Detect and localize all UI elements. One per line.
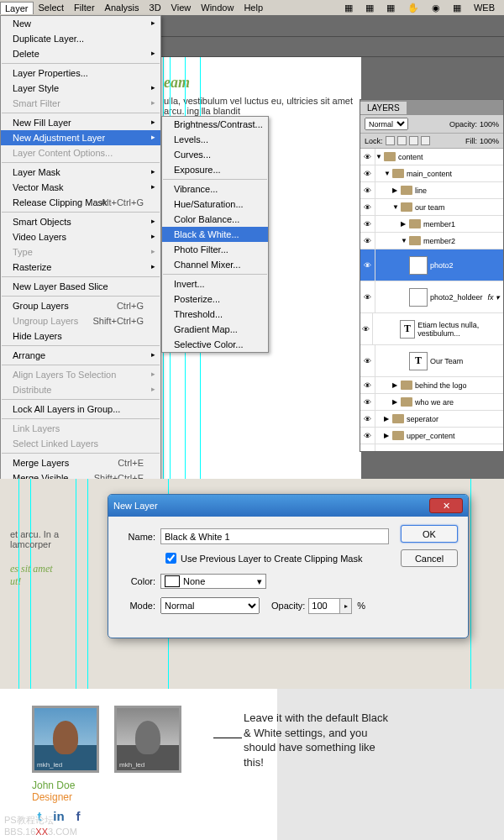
lock-pixels-icon[interactable] — [397, 136, 407, 145]
dialog-titlebar[interactable]: New Layer ✕ — [108, 495, 468, 517]
layer-name-input[interactable] — [160, 528, 389, 544]
layer-row[interactable]: 👁▶behind the logo — [360, 377, 503, 394]
opacity-value[interactable]: 100% — [480, 120, 499, 129]
visibility-icon[interactable]: 👁 — [360, 233, 375, 249]
menu-item[interactable]: New Fill Layer — [1, 115, 160, 130]
submenu-item[interactable]: Selective Color... — [162, 337, 268, 352]
menu-item[interactable]: Layer Style — [1, 81, 160, 96]
fill-value[interactable]: 100% — [480, 137, 499, 145]
menu-item[interactable]: New — [1, 16, 160, 31]
menu-item[interactable]: Smart Objects — [1, 214, 160, 229]
tool-icon[interactable]: ◉ — [427, 1, 445, 15]
close-icon[interactable]: ✕ — [429, 498, 463, 513]
layer-row[interactable]: 👁content_bg — [360, 444, 503, 451]
menu-filter[interactable]: Filter — [69, 1, 99, 14]
visibility-icon[interactable]: 👁 — [360, 345, 375, 376]
visibility-icon[interactable]: 👁 — [360, 249, 375, 281]
menu-item[interactable]: Rasterize — [1, 260, 160, 275]
visibility-icon[interactable]: 👁 — [360, 313, 373, 344]
visibility-icon[interactable]: 👁 — [360, 199, 375, 215]
menu-item[interactable]: Merge LayersCtrl+E — [1, 455, 160, 470]
submenu-item[interactable]: Exposure... — [162, 162, 268, 177]
visibility-icon[interactable]: 👁 — [360, 394, 375, 410]
menu-item[interactable]: Delete — [1, 46, 160, 61]
submenu-item[interactable]: Black & White... — [162, 227, 268, 242]
layer-row[interactable]: 👁▼main_content — [360, 165, 503, 182]
menu-item[interactable]: Group LayersCtrl+G — [1, 298, 160, 313]
menu-item[interactable]: Layer Properties... — [1, 66, 160, 81]
blend-mode-select[interactable]: Normal — [365, 118, 408, 130]
tool-icon[interactable]: ▦ — [381, 1, 400, 15]
ok-button[interactable]: OK — [401, 525, 458, 543]
tool-icon[interactable]: ✋ — [402, 1, 424, 15]
visibility-icon[interactable]: 👁 — [360, 377, 375, 393]
layer-name: member2 — [421, 237, 455, 245]
layer-row[interactable]: 👁▶member1 — [360, 216, 503, 233]
layer-row[interactable]: 👁▶line — [360, 182, 503, 199]
menu-item[interactable]: Lock All Layers in Group... — [1, 402, 160, 417]
submenu-item[interactable]: Vibrance... — [162, 181, 268, 197]
color-select[interactable]: None ▾ — [160, 574, 266, 589]
menu-help[interactable]: Help — [239, 1, 268, 14]
menu-3d[interactable]: 3D — [144, 1, 166, 14]
layer-row[interactable]: 👁▼our team — [360, 199, 503, 216]
layer-row[interactable]: 👁TEtiam lectus nulla, vestibulum... — [360, 313, 503, 345]
submenu-item[interactable]: Invert... — [162, 276, 268, 291]
visibility-icon[interactable]: 👁 — [360, 444, 375, 451]
submenu-item[interactable]: Gradient Map... — [162, 322, 268, 337]
submenu-item[interactable]: Levels... — [162, 132, 268, 147]
tool-icon[interactable]: ▦ — [360, 1, 379, 15]
submenu-item[interactable]: Color Balance... — [162, 212, 268, 227]
submenu-item[interactable]: Brightness/Contrast... — [162, 117, 268, 132]
visibility-icon[interactable]: 👁 — [360, 182, 375, 198]
menu-analysis[interactable]: Analysis — [100, 1, 144, 14]
submenu-item[interactable]: Photo Filter... — [162, 242, 268, 257]
clipping-mask-checkbox[interactable] — [165, 553, 176, 564]
submenu-item[interactable]: Channel Mixer... — [162, 257, 268, 272]
visibility-icon[interactable]: 👁 — [360, 411, 375, 427]
submenu-item[interactable]: Posterize... — [162, 291, 268, 307]
visibility-icon[interactable]: 👁 — [360, 165, 375, 181]
tool-icon[interactable]: ▦ — [339, 1, 358, 15]
visibility-icon[interactable]: 👁 — [360, 216, 375, 232]
layer-row[interactable]: 👁▶upper_content — [360, 428, 503, 444]
menu-item[interactable]: Layer Mask — [1, 165, 160, 180]
layer-row[interactable]: 👁▶who we are — [360, 394, 503, 411]
menu-layer[interactable]: Layer — [0, 2, 34, 14]
menu-item[interactable]: Vector Mask — [1, 180, 160, 195]
lock-position-icon[interactable] — [409, 136, 418, 145]
fx-icon[interactable]: fx ▾ — [487, 293, 503, 302]
menu-item[interactable]: New Adjustment Layer — [1, 130, 160, 145]
opacity-flyout-icon[interactable]: ▸ — [340, 598, 352, 614]
layers-tab[interactable]: LAYERS — [360, 102, 407, 114]
lock-transparency-icon[interactable] — [386, 136, 395, 145]
mode-select[interactable]: Normal — [160, 597, 260, 614]
menu-item[interactable]: Release Clipping MaskAlt+Ctrl+G — [1, 195, 160, 210]
menu-item[interactable]: Hide Layers — [1, 328, 160, 344]
layers-list[interactable]: 👁▼content👁▼main_content👁▶line👁▼our team👁… — [360, 149, 503, 451]
layer-row[interactable]: 👁▼member2 — [360, 233, 503, 249]
visibility-icon[interactable]: 👁 — [360, 149, 375, 165]
cancel-button[interactable]: Cancel — [401, 549, 458, 567]
menu-item[interactable]: Arrange — [1, 348, 160, 363]
lock-all-icon[interactable] — [421, 136, 430, 145]
menu-item[interactable]: Video Layers — [1, 229, 160, 244]
menu-item[interactable]: Duplicate Layer... — [1, 31, 160, 46]
menu-select[interactable]: Select — [34, 1, 70, 14]
submenu-item[interactable]: Curves... — [162, 147, 268, 162]
menu-view[interactable]: View — [166, 1, 197, 14]
layer-row[interactable]: 👁photo2_holdeerfx ▾ — [360, 281, 503, 313]
layer-row[interactable]: 👁photo2 — [360, 249, 503, 281]
layer-row[interactable]: 👁▼content — [360, 149, 503, 165]
layer-row[interactable]: 👁▶seperator — [360, 411, 503, 428]
submenu-item[interactable]: Threshold... — [162, 307, 268, 322]
visibility-icon[interactable]: 👁 — [360, 281, 375, 312]
menu-window[interactable]: Window — [196, 1, 239, 14]
visibility-icon[interactable]: 👁 — [360, 428, 375, 444]
submenu-item[interactable]: Hue/Saturation... — [162, 197, 268, 212]
layer-row[interactable]: 👁TOur Team — [360, 345, 503, 377]
workspace-label[interactable]: WEB — [469, 1, 500, 15]
opacity-input[interactable] — [308, 598, 340, 614]
tool-icon[interactable]: ▦ — [448, 1, 466, 15]
menu-item[interactable]: New Layer Based Slice — [1, 279, 160, 294]
